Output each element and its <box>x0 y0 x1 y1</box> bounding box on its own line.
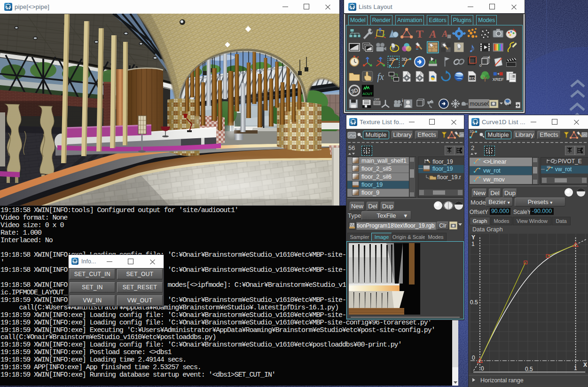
svg-text:mouse0: mouse0 <box>470 101 491 107</box>
svg-text:0.5: 0.5 <box>470 299 478 306</box>
svg-text:XREF: XREF <box>493 77 504 82</box>
svg-text:Y: Y <box>471 234 475 241</box>
svg-text:0: 0 <box>481 365 484 372</box>
svg-text:1D: 1D <box>547 166 550 168</box>
svg-text:1D: 1D <box>470 130 474 133</box>
svg-text:0: 0 <box>472 355 475 361</box>
svg-text:fx: fx <box>377 71 384 82</box>
svg-text:ED: ED <box>470 76 475 80</box>
svg-text:1: 1 <box>574 365 577 371</box>
svg-text:1: 1 <box>471 241 475 247</box>
svg-text:X: X <box>583 362 587 368</box>
svg-text:AOUT: AOUT <box>362 92 372 96</box>
svg-text:1: 1 <box>365 149 368 153</box>
svg-text:A: A <box>442 29 448 39</box>
svg-text:A: A <box>428 28 436 40</box>
svg-text:1: 1 <box>488 55 491 59</box>
svg-text:♪: ♪ <box>469 40 475 55</box>
svg-text:0.5: 0.5 <box>525 366 533 372</box>
svg-text:0: 0 <box>479 63 482 68</box>
svg-text:1: 1 <box>488 149 490 153</box>
svg-text:i: i <box>402 98 403 103</box>
svg-text:OFF: OFF <box>374 98 380 101</box>
svg-text:T: T <box>416 28 423 40</box>
